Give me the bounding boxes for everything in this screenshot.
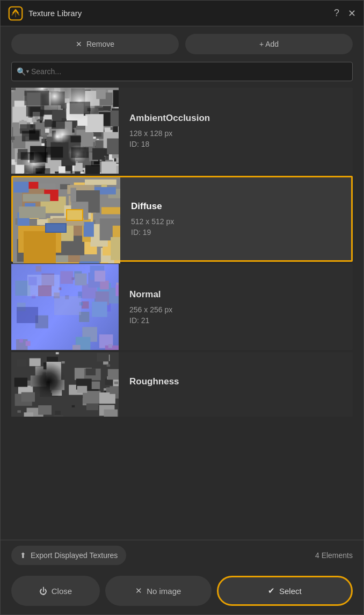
texture-size: 256 x 256 px bbox=[129, 305, 172, 314]
list-item[interactable]: Normal 256 x 256 px ID: 21 bbox=[11, 264, 353, 350]
texture-id: ID: 18 bbox=[129, 140, 210, 148]
noimage-label: No image bbox=[147, 587, 181, 596]
app-logo-icon bbox=[8, 6, 23, 21]
add-button[interactable]: + Add bbox=[185, 34, 353, 54]
texture-name: Diffuse bbox=[131, 201, 174, 212]
list-item[interactable]: AmbientOcclusion 128 x 128 px ID: 18 bbox=[11, 88, 353, 174]
close-icon: ⏻ bbox=[39, 587, 47, 596]
export-button[interactable]: ⬆ Export Displayed Textures bbox=[11, 546, 126, 565]
texture-thumbnail-normal bbox=[11, 264, 119, 350]
texture-size: 512 x 512 px bbox=[131, 217, 174, 226]
list-item[interactable]: Diffuse 512 x 512 px ID: 19 bbox=[11, 176, 353, 262]
texture-library-window: Texture Library ? ✕ ✕ Remove + Add 🔍 ▼ A… bbox=[0, 0, 364, 615]
add-label: + Add bbox=[259, 40, 279, 48]
bottom-bar-buttons: ⏻ Close ✕ No image ✔ Select bbox=[1, 570, 363, 614]
texture-list: AmbientOcclusion 128 x 128 px ID: 18 Dif… bbox=[1, 88, 363, 540]
texture-name: Normal bbox=[129, 289, 172, 300]
remove-label: Remove bbox=[86, 40, 114, 48]
close-label: Close bbox=[52, 587, 72, 596]
texture-id: ID: 21 bbox=[129, 316, 172, 325]
bottom-bar-top: ⬆ Export Displayed Textures 4 Elements bbox=[1, 540, 363, 570]
search-input[interactable] bbox=[11, 62, 353, 81]
texture-name: Roughness bbox=[129, 376, 179, 387]
remove-icon: ✕ bbox=[76, 40, 82, 48]
bottom-bar: ⬆ Export Displayed Textures 4 Elements ⏻… bbox=[1, 540, 363, 614]
close-window-button[interactable]: ✕ bbox=[348, 8, 356, 19]
texture-id: ID: 19 bbox=[131, 228, 174, 237]
noimage-icon: ✕ bbox=[135, 586, 142, 596]
search-bar: 🔍 ▼ bbox=[11, 62, 353, 81]
export-icon: ⬆ bbox=[20, 551, 26, 560]
remove-button[interactable]: ✕ Remove bbox=[11, 34, 179, 54]
select-icon: ✔ bbox=[268, 586, 275, 596]
list-item[interactable]: Roughness bbox=[11, 352, 353, 417]
select-label: Select bbox=[279, 587, 302, 596]
close-button[interactable]: ⏻ Close bbox=[11, 576, 100, 606]
texture-thumbnail-roughness bbox=[11, 352, 119, 417]
export-label: Export Displayed Textures bbox=[31, 551, 118, 560]
elements-count: 4 Elements bbox=[315, 551, 353, 560]
texture-thumbnail-diffuse bbox=[13, 177, 120, 263]
titlebar: Texture Library ? ✕ bbox=[1, 1, 363, 26]
help-button[interactable]: ? bbox=[334, 8, 339, 19]
window-title: Texture Library bbox=[28, 9, 334, 18]
texture-thumbnail-ao bbox=[11, 88, 119, 174]
texture-size: 128 x 128 px bbox=[129, 129, 210, 138]
select-button[interactable]: ✔ Select bbox=[217, 576, 353, 606]
texture-name: AmbientOcclusion bbox=[129, 113, 210, 124]
search-dropdown-icon: ▼ bbox=[25, 69, 30, 74]
no-image-button[interactable]: ✕ No image bbox=[105, 576, 212, 606]
search-icon: 🔍 bbox=[17, 67, 26, 76]
toolbar: ✕ Remove + Add bbox=[1, 26, 363, 62]
